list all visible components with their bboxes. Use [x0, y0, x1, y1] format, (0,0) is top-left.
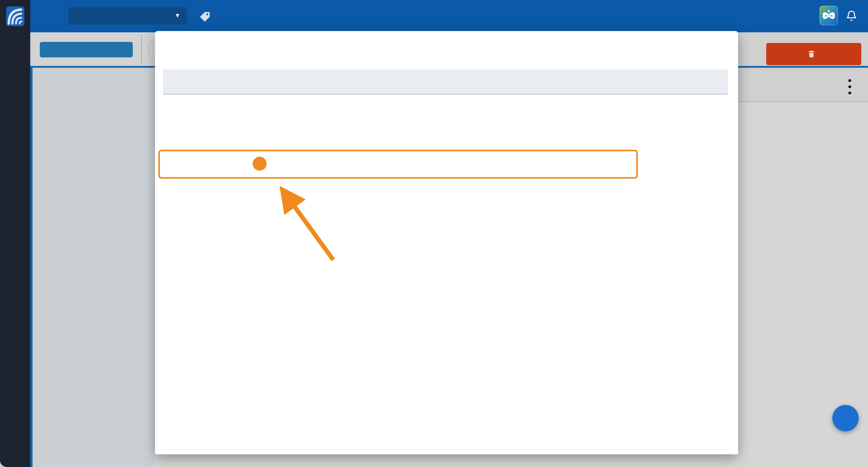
app-logo[interactable]: [6, 6, 24, 26]
help-button[interactable]: [832, 405, 859, 431]
left-sidebar: [0, 32, 30, 467]
project-select[interactable]: ▼: [68, 7, 188, 25]
delete-old-plan-versions-button[interactable]: [766, 43, 861, 65]
panel-accent-rail: [30, 68, 33, 467]
table-header: [163, 70, 728, 95]
chevron-down-icon: ▼: [175, 7, 181, 25]
svg-text:x: x: [828, 8, 830, 13]
trash-icon: [807, 50, 816, 58]
create-layers-button[interactable]: [40, 42, 133, 57]
annotation-arrow: [269, 155, 351, 266]
plan-versions-table: [163, 70, 728, 95]
tag-icon: [199, 10, 212, 23]
plan-versions-modal: [155, 31, 738, 454]
marketplace-icon[interactable]: x: [819, 6, 838, 25]
notifications-bell-icon[interactable]: [844, 9, 859, 23]
top-navbar: ▼ x: [0, 0, 868, 32]
toolbar-divider: [141, 35, 142, 64]
plans-layers-panel: [33, 68, 155, 467]
highlight-outline: [158, 150, 638, 179]
annotation-badge: [253, 157, 267, 171]
more-options-kebab[interactable]: [848, 79, 851, 97]
floor-plan-bottom-strip: [155, 454, 738, 467]
logo-tile: [0, 0, 30, 32]
